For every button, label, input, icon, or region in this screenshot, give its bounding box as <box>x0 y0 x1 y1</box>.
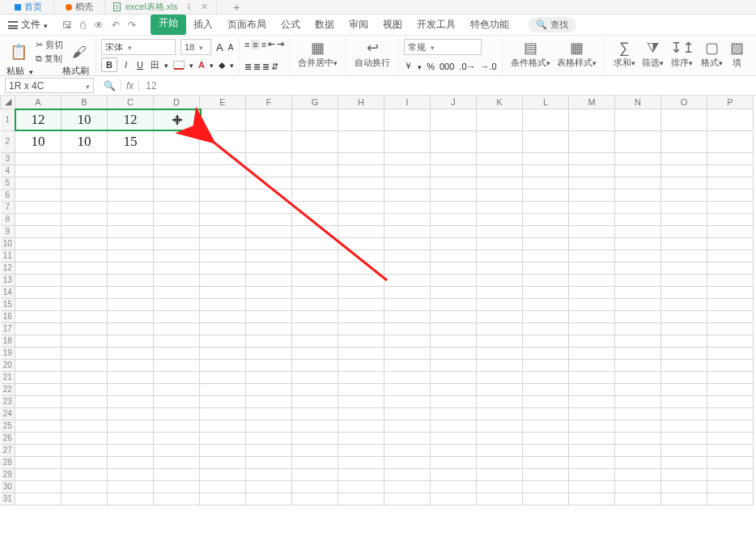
cell-I24[interactable] <box>384 407 431 420</box>
column-header-E[interactable]: E <box>200 96 246 109</box>
cell-I28[interactable] <box>384 456 431 468</box>
cell-B28[interactable] <box>62 456 108 468</box>
cell-H1[interactable] <box>338 109 384 130</box>
cell-D13[interactable] <box>154 274 200 286</box>
cell-K7[interactable] <box>477 201 523 213</box>
cell-L11[interactable] <box>523 250 569 262</box>
cell-C22[interactable] <box>108 383 154 395</box>
cell-F15[interactable] <box>246 298 292 310</box>
cell-G10[interactable] <box>292 237 338 250</box>
cell-N20[interactable] <box>615 359 661 371</box>
cell-K10[interactable] <box>477 237 523 250</box>
cell-D29[interactable] <box>154 468 200 480</box>
cell-F25[interactable] <box>246 420 292 432</box>
cell-J25[interactable] <box>431 420 477 432</box>
percent-button[interactable]: % <box>427 62 435 71</box>
cell-E22[interactable] <box>200 383 246 395</box>
cell-P24[interactable] <box>707 407 754 420</box>
cell-G2[interactable] <box>292 130 338 152</box>
cell-E18[interactable] <box>200 335 246 347</box>
font-size-combo[interactable]: 18 <box>181 39 211 55</box>
cell-J19[interactable] <box>431 347 477 359</box>
cell-C16[interactable] <box>108 310 154 322</box>
cell-C26[interactable] <box>108 432 154 444</box>
cell-G22[interactable] <box>292 383 338 395</box>
cell-M25[interactable] <box>569 420 615 432</box>
cell-P17[interactable] <box>707 322 754 335</box>
cell-H2[interactable] <box>338 130 384 152</box>
cell-L21[interactable] <box>523 371 569 383</box>
cell-I17[interactable] <box>384 322 431 335</box>
cell-I18[interactable] <box>384 335 431 347</box>
column-header-O[interactable]: O <box>661 96 707 109</box>
cell-L28[interactable] <box>523 456 569 468</box>
row-header-30[interactable]: 30 <box>1 480 15 493</box>
column-header-P[interactable]: P <box>707 96 754 109</box>
underline-button[interactable]: U <box>134 60 146 70</box>
cell-J2[interactable] <box>431 130 477 152</box>
cell-M15[interactable] <box>569 298 615 310</box>
column-header-B[interactable]: B <box>62 96 108 109</box>
row-header-25[interactable]: 25 <box>1 420 15 432</box>
cell-E14[interactable] <box>200 286 246 298</box>
cell-E15[interactable] <box>200 298 246 310</box>
cell-H8[interactable] <box>338 213 384 225</box>
cell-C29[interactable] <box>108 468 154 480</box>
row-header-26[interactable]: 26 <box>1 432 15 444</box>
cell-I16[interactable] <box>384 310 431 322</box>
cell-M31[interactable] <box>569 493 615 505</box>
cell-C23[interactable] <box>108 395 154 407</box>
cell-M9[interactable] <box>569 225 615 237</box>
cell-J12[interactable] <box>431 262 477 274</box>
cell-C3[interactable] <box>108 152 154 164</box>
cell-O30[interactable] <box>661 480 707 493</box>
cell-L25[interactable] <box>523 420 569 432</box>
cell-L1[interactable] <box>523 109 569 130</box>
name-box[interactable]: 1R x 4C <box>5 78 94 93</box>
row-header-5[interactable]: 5 <box>1 177 15 189</box>
cell-L4[interactable] <box>523 164 569 177</box>
search-box[interactable]: 🔍 查找 <box>528 17 576 32</box>
cell-A9[interactable] <box>15 225 62 237</box>
cell-N3[interactable] <box>615 152 661 164</box>
cell-J22[interactable] <box>431 383 477 395</box>
cell-I23[interactable] <box>384 395 431 407</box>
cell-A5[interactable] <box>15 177 62 189</box>
cell-G18[interactable] <box>292 335 338 347</box>
cell-K9[interactable] <box>477 225 523 237</box>
cell-J23[interactable] <box>431 395 477 407</box>
row-header-24[interactable]: 24 <box>1 407 15 420</box>
cell-C31[interactable] <box>108 493 154 505</box>
column-header-A[interactable]: A <box>15 96 62 109</box>
cell-E29[interactable] <box>200 468 246 480</box>
cell-F22[interactable] <box>246 383 292 395</box>
cell-E5[interactable] <box>200 177 246 189</box>
cell-O3[interactable] <box>661 152 707 164</box>
cell-D31[interactable] <box>154 493 200 505</box>
cell-N30[interactable] <box>615 480 661 493</box>
cell-O27[interactable] <box>661 444 707 456</box>
cell-L31[interactable] <box>523 493 569 505</box>
cut-button[interactable]: ✂剪切 <box>36 39 63 51</box>
cell-I6[interactable] <box>384 189 431 201</box>
cell-D28[interactable] <box>154 456 200 468</box>
cell-C9[interactable] <box>108 225 154 237</box>
cell-C2[interactable]: 15 <box>108 130 154 152</box>
cell-N22[interactable] <box>615 383 661 395</box>
formula-input[interactable]: 12 <box>139 80 756 92</box>
cell-E21[interactable] <box>200 371 246 383</box>
cell-F30[interactable] <box>246 480 292 493</box>
cell-J11[interactable] <box>431 250 477 262</box>
cell-H31[interactable] <box>338 493 384 505</box>
cell-B23[interactable] <box>62 395 108 407</box>
cell-J24[interactable] <box>431 407 477 420</box>
cell-A16[interactable] <box>15 310 62 322</box>
cell-J4[interactable] <box>431 164 477 177</box>
cell-H25[interactable] <box>338 420 384 432</box>
cell-E24[interactable] <box>200 407 246 420</box>
cell-G19[interactable] <box>292 347 338 359</box>
cell-K24[interactable] <box>477 407 523 420</box>
cell-H30[interactable] <box>338 480 384 493</box>
cell-P6[interactable] <box>707 189 754 201</box>
cell-P3[interactable] <box>707 152 754 164</box>
